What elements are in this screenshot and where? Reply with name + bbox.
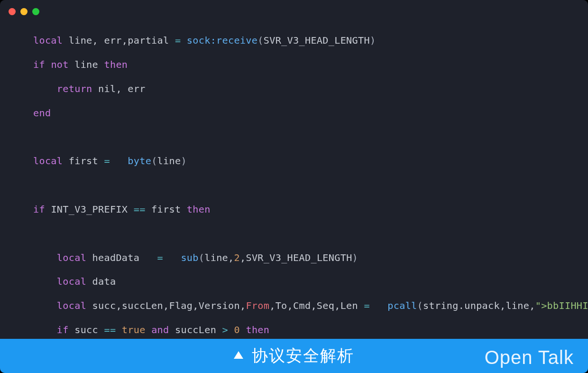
minimize-icon[interactable] — [20, 8, 28, 15]
code-line: if INT_V3_PREFIX == first then — [33, 204, 588, 215]
editor-window: local line, err,partial = sock:receive(S… — [0, 0, 588, 373]
code-line: local data — [33, 276, 588, 288]
code-line: return nil, err — [33, 83, 588, 95]
code-line: local headData = sub(line,2,SVR_V3_HEAD_… — [33, 252, 588, 264]
code-line: local first = byte(line) — [33, 155, 588, 167]
code-line — [33, 131, 588, 143]
code-line: local line, err,partial = sock:receive(S… — [33, 35, 588, 47]
maximize-icon[interactable] — [32, 8, 39, 15]
code-area[interactable]: local line, err,partial = sock:receive(S… — [0, 23, 588, 373]
slide-title: 协议安全解析 — [252, 345, 354, 367]
code-line: if not line then — [33, 59, 588, 71]
triangle-icon — [234, 351, 243, 359]
titlebar — [0, 0, 588, 23]
brand-label: Open Talk — [485, 347, 574, 368]
code-line: if succ == true and succLen > 0 then — [33, 324, 588, 336]
code-line — [33, 228, 588, 240]
code-line: local succ,succLen,Flag,Version,From,To,… — [33, 300, 588, 312]
code-line: end — [33, 107, 588, 119]
footer-bar: 协议安全解析 Open Talk — [0, 339, 588, 373]
footer-title-group: 协议安全解析 — [234, 345, 354, 367]
code-line — [33, 179, 588, 191]
close-icon[interactable] — [9, 8, 16, 15]
